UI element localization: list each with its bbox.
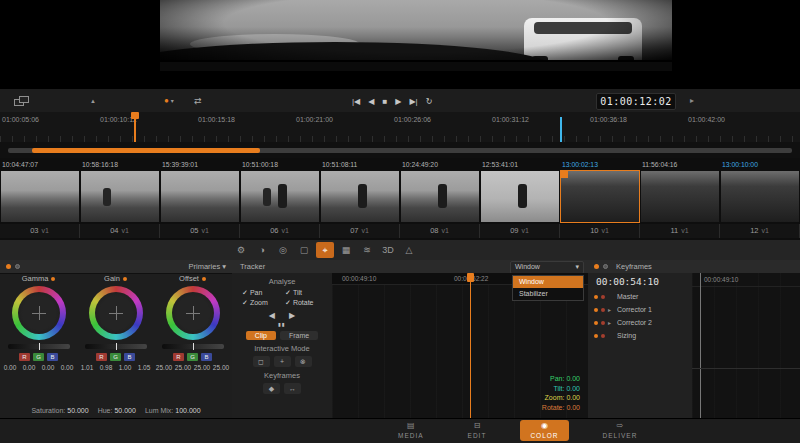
ruler-tick: 01:00:21:00 xyxy=(296,116,333,123)
jump-to-end-button[interactable]: ▶| xyxy=(409,97,417,106)
sizing-icon[interactable]: ▦ xyxy=(337,242,355,258)
palette-dot-icon[interactable] xyxy=(594,264,599,269)
set-point-button[interactable]: + xyxy=(274,356,291,367)
stereo-3d-icon[interactable]: 3D xyxy=(379,242,397,258)
add-keyframe-button[interactable]: ◆ xyxy=(263,383,280,394)
clip-number: 07 xyxy=(350,226,358,235)
stop-button[interactable]: ■ xyxy=(382,97,387,106)
keyframes-title: Keyframes xyxy=(616,260,652,273)
pan-checkbox[interactable]: ✓Pan xyxy=(242,288,285,298)
clip-thumbnail[interactable] xyxy=(321,171,399,222)
green-chip: G xyxy=(187,353,198,361)
secondary-playhead[interactable] xyxy=(560,117,562,142)
play-button[interactable]: ▶ xyxy=(395,97,401,106)
track-pause-button[interactable]: ▮▮ xyxy=(232,321,332,327)
keyframe-nav-button[interactable]: ↔ xyxy=(284,383,301,394)
track-reverse-button[interactable]: ◀ xyxy=(269,311,275,320)
timeline-scrollbar xyxy=(0,142,800,158)
delete-point-button[interactable]: ⊗ xyxy=(295,356,312,367)
deliver-page-button[interactable]: ⇨ DELIVER xyxy=(593,420,648,441)
clip-thumbnail[interactable] xyxy=(161,171,239,222)
clip-version: v1 xyxy=(41,227,48,234)
offset-color-wheel[interactable] xyxy=(166,286,220,340)
insert-point-button[interactable]: ◻ xyxy=(253,356,270,367)
step-back-button[interactable]: ◀ xyxy=(368,97,374,106)
power-window-icon[interactable]: ▢ xyxy=(295,242,313,258)
curves-icon[interactable]: ◑ xyxy=(253,242,271,258)
clip-thumbnail[interactable] xyxy=(81,171,159,222)
clip-version: v1 xyxy=(281,227,288,234)
wheel-value: 1.05 xyxy=(135,364,153,371)
transport-bar: ▲ ●▾ ⇄ |◀ ◀ ■ ▶ ▶| ↻ 01:00:12:02 ▸ xyxy=(0,88,800,114)
dropdown-value: Window xyxy=(515,262,540,273)
frame-mode-button[interactable]: Frame xyxy=(280,331,318,340)
edit-page-button[interactable]: ⊟ EDIT xyxy=(458,420,497,441)
track-row-corrector-2[interactable]: ▸Corrector 2 xyxy=(588,316,692,329)
palette-dot-icon[interactable] xyxy=(603,264,608,269)
analyse-label: Analyse xyxy=(232,277,332,286)
timeline-ruler[interactable]: 01:00:05:06 01:00:10:12 01:00:15:18 01:0… xyxy=(0,112,800,143)
clip-thumbnail[interactable] xyxy=(1,171,79,222)
reset-dot-icon[interactable] xyxy=(202,277,206,281)
keyframes-timeline[interactable]: 00:00:49:10 xyxy=(692,273,800,418)
gamma-master-wheel[interactable] xyxy=(8,344,70,349)
tracker-icon[interactable]: ⌖ xyxy=(316,242,334,258)
video-viewer[interactable] xyxy=(160,0,672,60)
chevron-down-icon: ▾ xyxy=(222,262,226,271)
track-dot-icon xyxy=(601,295,605,299)
reset-dot-icon[interactable] xyxy=(123,277,127,281)
clip-thumbnail[interactable] xyxy=(481,171,559,222)
menu-item-stabilizer[interactable]: Stabilizer xyxy=(513,288,583,300)
gamma-color-wheel[interactable] xyxy=(12,286,66,340)
zoom-checkbox[interactable]: ✓Zoom xyxy=(242,298,285,308)
timeline-marker-icon[interactable]: ▲ xyxy=(90,98,96,104)
blur-icon[interactable]: ≋ xyxy=(358,242,376,258)
jump-to-start-button[interactable]: |◀ xyxy=(352,97,360,106)
track-dot-icon xyxy=(594,295,598,299)
tilt-checkbox[interactable]: ✓Tilt xyxy=(285,288,328,298)
gain-master-wheel[interactable] xyxy=(85,344,147,349)
track-row-sizing[interactable]: Sizing xyxy=(588,329,692,342)
track-row-corrector-1[interactable]: ▸Corrector 1 xyxy=(588,303,692,316)
qualifier-icon[interactable]: ◎ xyxy=(274,242,292,258)
track-row-master[interactable]: Master xyxy=(588,290,692,303)
scrollbar-thumb[interactable] xyxy=(32,148,260,153)
offset-master-wheel[interactable] xyxy=(162,344,224,349)
clip-cell: 10:24:49:20 08v1 xyxy=(400,158,480,240)
clip-thumbnail[interactable] xyxy=(641,171,719,222)
color-page-button[interactable]: ◉ COLOR xyxy=(520,420,568,441)
expand-icon[interactable]: ▸ xyxy=(608,306,614,313)
motion-effects-icon[interactable]: △ xyxy=(400,242,418,258)
current-timecode-field[interactable]: 01:00:12:02 xyxy=(596,93,676,110)
clip-thumbnail[interactable] xyxy=(401,171,479,222)
camera-raw-icon[interactable]: ⚙ xyxy=(232,242,250,258)
playhead-handle[interactable] xyxy=(131,112,139,119)
clip-color-dropdown[interactable]: ●▾ xyxy=(164,89,174,113)
track-forward-button[interactable]: ▶ xyxy=(289,311,295,320)
tracker-controls: Analyse ✓Pan ✓Tilt ✓Zoom ✓Rotate ◀ ▶ ▮▮ … xyxy=(232,273,333,418)
green-chip: G xyxy=(110,353,121,361)
clip-mode-button[interactable]: Clip xyxy=(246,331,276,340)
pan-readout: Pan: 0.00 xyxy=(542,374,580,384)
rotate-checkbox[interactable]: ✓Rotate xyxy=(285,298,328,308)
ruler-tick: 01:00:36:18 xyxy=(590,116,627,123)
lum-mix-label: Lum Mix: xyxy=(145,407,173,414)
dual-screen-icon[interactable] xyxy=(14,96,29,106)
viewer-options-icon[interactable]: ▸ xyxy=(690,89,694,113)
clip-thumbnail[interactable] xyxy=(721,171,799,222)
palette-dot-icon[interactable] xyxy=(15,264,20,269)
palette-dot-icon[interactable] xyxy=(6,264,11,269)
graph-playhead[interactable] xyxy=(470,273,471,418)
gain-color-wheel[interactable] xyxy=(89,286,143,340)
reset-dot-icon[interactable] xyxy=(51,277,55,281)
clip-thumbnail[interactable] xyxy=(561,171,639,222)
clip-thumbnail[interactable] xyxy=(241,171,319,222)
media-page-button[interactable]: ▤ MEDIA xyxy=(388,420,434,441)
expand-icon[interactable]: ▸ xyxy=(608,319,614,326)
primaries-mode-dropdown[interactable]: Primaries ▾ xyxy=(188,260,226,273)
shuffle-icon[interactable]: ⇄ xyxy=(194,89,202,113)
graph-playhead-handle[interactable] xyxy=(467,273,474,282)
keyframes-playhead[interactable] xyxy=(700,273,701,418)
loop-button[interactable]: ↻ xyxy=(426,97,433,106)
menu-item-window[interactable]: Window xyxy=(513,276,583,288)
